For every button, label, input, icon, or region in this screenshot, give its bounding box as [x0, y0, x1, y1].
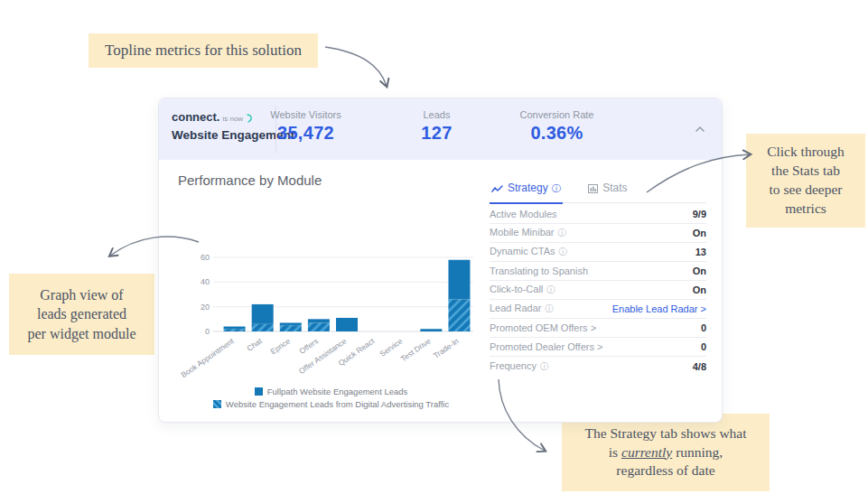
bar-segment-fullpath: [224, 327, 246, 330]
solid-swatch-icon: [255, 387, 263, 396]
bar-segment-advertising: [280, 325, 302, 331]
note-stats-tab: Click through the Stats tab to see deepe…: [746, 134, 865, 228]
bar-segment-fullpath: [280, 322, 302, 325]
note-graph-view: Graph view of leads generated per widget…: [9, 274, 154, 355]
note-line: per widget module: [28, 324, 136, 344]
bar-chart: 0204060Book AppointmentChatEpriceOffersO…: [175, 243, 487, 378]
row-label: Translating to Spanish: [490, 266, 588, 276]
info-icon[interactable]: ⓘ: [552, 183, 561, 193]
row-label: Frequencyⓘ: [490, 360, 548, 373]
svg-text:Offer Assistance: Offer Assistance: [297, 336, 349, 376]
strategy-stats-tabs: Strategyⓘ Stats: [490, 178, 706, 203]
row-value: 0: [701, 322, 706, 333]
leads-by-module-chart: 0204060Book AppointmentChatEpriceOffersO…: [175, 243, 487, 378]
table-row: Translating to SpanishOn: [490, 262, 706, 281]
tab-stats[interactable]: Stats: [586, 178, 629, 201]
table-row: Mobile MinibarⓘOn: [490, 224, 706, 243]
chart-legend: Fullpath Website Engagement Leads Websit…: [175, 384, 487, 409]
panel-title: Performance by Module: [178, 172, 322, 188]
info-icon[interactable]: ⓘ: [558, 228, 567, 238]
note-line: leads generated: [37, 304, 126, 324]
bar-segment-advertising: [224, 329, 246, 331]
note-line: to see deeper: [770, 181, 843, 200]
svg-text:Eprice: Eprice: [268, 336, 292, 356]
legend-item-fullpath: Fullpath Website Engagement Leads: [175, 387, 487, 396]
table-row[interactable]: Promoted Dealer Offers >0: [490, 338, 706, 357]
collapse-chevron-icon[interactable]: [695, 120, 705, 136]
row-label: Promoted Dealer Offers >: [490, 341, 602, 352]
info-icon[interactable]: ⓘ: [540, 361, 549, 371]
note-strategy-tab: The Strategy tab shows what is currently…: [562, 414, 770, 491]
metric-label: Website Visitors: [245, 109, 367, 120]
bar-segment-advertising: [448, 299, 470, 331]
table-row: Dynamic CTAsⓘ13: [490, 243, 706, 262]
note-line: regardless of date: [616, 461, 714, 480]
screenshot-canvas: Topline metrics for this solution Click …: [0, 0, 868, 494]
svg-text:Test Drive: Test Drive: [399, 336, 433, 363]
tab-strategy[interactable]: Strategyⓘ: [490, 178, 563, 204]
svg-text:60: 60: [201, 253, 210, 262]
row-value: 9/9: [693, 209, 706, 219]
row-label: Promoted OEM Offers >: [490, 322, 596, 333]
bar-segment-advertising: [252, 324, 274, 331]
metric-value: 0.36%: [491, 123, 622, 144]
row-value: 4/8: [693, 361, 706, 372]
metric-value: 127: [380, 123, 493, 144]
info-icon[interactable]: ⓘ: [559, 247, 568, 256]
bar-segment-fullpath: [308, 319, 330, 322]
row-value: On: [693, 266, 706, 276]
metric-label: Leads: [380, 109, 493, 120]
row-value: On: [693, 284, 706, 295]
svg-text:Chat: Chat: [245, 336, 264, 353]
table-row: Active Modules9/9: [490, 205, 706, 224]
svg-text:Offers: Offers: [297, 336, 320, 355]
row-value: On: [693, 228, 706, 238]
note-text: Topline metrics for this solution: [105, 41, 302, 61]
table-row: Frequencyⓘ4/8: [490, 357, 706, 376]
row-value: 13: [695, 247, 706, 257]
brand-name: connect.: [172, 110, 219, 124]
metric-value: 35,472: [245, 123, 367, 144]
row-label: Lead Radarⓘ: [490, 303, 554, 315]
svg-text:0: 0: [205, 327, 210, 336]
row-label: Mobile Minibarⓘ: [490, 227, 566, 239]
bar-segment-fullpath: [252, 304, 274, 324]
bar-segment-advertising: [308, 322, 330, 331]
svg-text:Book Appointment: Book Appointment: [179, 336, 236, 378]
svg-text:40: 40: [201, 277, 210, 286]
row-value: 0: [701, 341, 706, 352]
note-line: the Stats tab: [771, 162, 840, 181]
row-label: Click-to-Callⓘ: [490, 284, 555, 296]
note-line: metrics: [785, 200, 826, 219]
bar-segment-fullpath: [420, 329, 442, 331]
info-icon[interactable]: ⓘ: [546, 284, 555, 294]
row-label: Active Modules: [490, 209, 557, 219]
topline-metrics-header: connect.is now Website Engagement Websit…: [159, 98, 722, 160]
bar-segment-fullpath: [448, 260, 470, 300]
table-row[interactable]: Promoted OEM Offers >0: [490, 319, 706, 338]
info-icon[interactable]: ⓘ: [546, 303, 555, 313]
note-emphasis: currently: [621, 444, 672, 460]
note-line: Click through: [767, 143, 845, 162]
note-line: The Strategy tab shows what: [584, 424, 746, 443]
strategy-settings-list: Active Modules9/9Mobile MinibarⓘOnDynami…: [490, 205, 706, 376]
table-row: Lead RadarⓘEnable Lead Radar >: [490, 300, 706, 319]
row-link[interactable]: Enable Lead Radar >: [612, 303, 706, 314]
note-topline-metrics: Topline metrics for this solution: [89, 33, 318, 68]
metric-label: Conversion Rate: [491, 109, 622, 120]
metric-website-visitors: Website Visitors 35,472: [245, 109, 367, 144]
solution-card: connect.is now Website Engagement Websit…: [158, 98, 723, 423]
note-line: Graph view of: [40, 285, 123, 305]
bar-chart-icon: [588, 184, 598, 193]
arrow-topline-to-header: [325, 47, 387, 86]
legend-item-advertising: Website Engagement Leads from Digital Ad…: [175, 399, 487, 409]
row-label: Dynamic CTAsⓘ: [490, 246, 567, 258]
table-row: Click-to-CallⓘOn: [490, 281, 706, 300]
bar-segment-fullpath: [336, 318, 358, 331]
svg-text:20: 20: [201, 303, 210, 312]
metric-conversion-rate: Conversion Rate 0.36%: [491, 109, 622, 144]
line-chart-icon: [491, 185, 503, 193]
brand-suffix: is now: [222, 115, 243, 123]
hatched-swatch-icon: [213, 400, 221, 408]
svg-text:Trade-In: Trade-In: [432, 336, 461, 360]
